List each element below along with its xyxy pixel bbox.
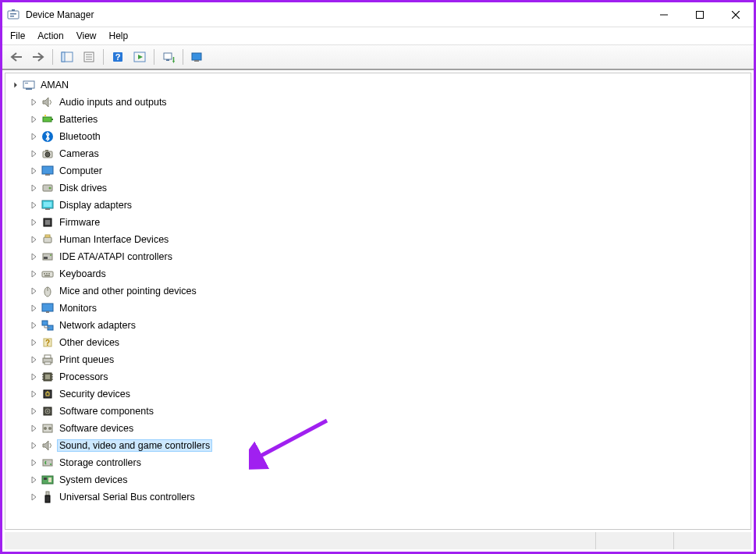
show-hide-console-button[interactable] bbox=[58, 48, 76, 66]
tree-item-display[interactable]: Display adapters bbox=[5, 197, 751, 214]
svg-point-84 bbox=[50, 463, 51, 465]
toolbar-separator bbox=[103, 49, 104, 65]
tree-item-audio[interactable]: Audio inputs and outputs bbox=[5, 94, 751, 111]
tree-item-system[interactable]: System devices bbox=[5, 471, 751, 488]
menu-file[interactable]: File bbox=[10, 30, 25, 41]
chevron-right-icon[interactable] bbox=[29, 441, 38, 450]
chevron-right-icon[interactable] bbox=[29, 166, 38, 176]
mouse-icon bbox=[41, 285, 54, 297]
tree-item-monitors[interactable]: Monitors bbox=[5, 300, 751, 317]
tree-item-sound[interactable]: Sound, video and game controllers bbox=[5, 437, 751, 454]
action-icon-button[interactable] bbox=[130, 48, 149, 66]
svg-text:?: ? bbox=[115, 52, 121, 62]
svg-rect-89 bbox=[45, 495, 50, 503]
minimize-button[interactable] bbox=[646, 2, 682, 27]
monitor2-icon bbox=[41, 302, 54, 314]
camera-icon bbox=[41, 147, 54, 160]
other-icon: ? bbox=[41, 336, 54, 349]
chevron-right-icon[interactable] bbox=[29, 183, 38, 193]
chevron-right-icon[interactable] bbox=[29, 149, 38, 158]
chevron-right-icon[interactable] bbox=[29, 269, 38, 279]
maximize-button[interactable] bbox=[682, 2, 718, 27]
tree-item-label: Disk drives bbox=[57, 182, 109, 194]
chevron-right-icon[interactable] bbox=[29, 355, 38, 364]
svg-rect-86 bbox=[44, 478, 47, 480]
tree-item-computer[interactable]: Computer bbox=[5, 162, 751, 179]
tree-item-network[interactable]: Network adapters bbox=[5, 317, 751, 334]
tree-item-security[interactable]: Security devices bbox=[5, 385, 751, 403]
close-button[interactable] bbox=[718, 2, 754, 27]
chip-icon bbox=[41, 216, 54, 229]
svg-point-33 bbox=[45, 152, 50, 157]
tree-item-label: Computer bbox=[57, 165, 105, 177]
tree-root[interactable]: AMAN bbox=[5, 76, 751, 94]
printer-icon bbox=[41, 353, 54, 366]
chevron-right-icon[interactable] bbox=[29, 389, 38, 399]
tree-item-label: Universal Serial Bus controllers bbox=[57, 491, 197, 503]
chevron-right-icon[interactable] bbox=[29, 372, 38, 382]
chevron-right-icon[interactable] bbox=[29, 458, 38, 467]
chevron-right-icon[interactable] bbox=[29, 407, 38, 416]
forward-button[interactable] bbox=[29, 48, 48, 66]
chevron-down-icon[interactable] bbox=[10, 80, 20, 90]
chevron-right-icon[interactable] bbox=[29, 492, 38, 502]
tree-item-usb[interactable]: Universal Serial Bus controllers bbox=[5, 488, 751, 506]
tree-item-keyboards[interactable]: Keyboards bbox=[5, 265, 751, 282]
svg-point-80 bbox=[44, 427, 47, 430]
svg-rect-44 bbox=[44, 237, 51, 243]
chevron-right-icon[interactable] bbox=[29, 252, 38, 261]
chevron-right-icon[interactable] bbox=[29, 321, 38, 330]
menu-action[interactable]: Action bbox=[37, 30, 63, 41]
add-legacy-button[interactable] bbox=[188, 48, 207, 66]
tree-item-cameras[interactable]: Cameras bbox=[5, 145, 751, 162]
tree-item-firmware[interactable]: Firmware bbox=[5, 214, 751, 231]
tree-item-processors[interactable]: Processors bbox=[5, 368, 751, 385]
chevron-right-icon[interactable] bbox=[29, 338, 38, 347]
tree-item-label: Bluetooth bbox=[57, 130, 103, 143]
chevron-right-icon[interactable] bbox=[29, 115, 38, 124]
svg-rect-0 bbox=[8, 11, 19, 19]
svg-rect-43 bbox=[45, 220, 50, 225]
chevron-right-icon[interactable] bbox=[29, 132, 38, 141]
back-button[interactable] bbox=[7, 48, 26, 66]
chevron-right-icon[interactable] bbox=[29, 424, 38, 433]
properties-button[interactable] bbox=[80, 48, 98, 66]
menu-help[interactable]: Help bbox=[109, 30, 129, 41]
svg-point-81 bbox=[48, 427, 51, 430]
chevron-right-icon[interactable] bbox=[29, 475, 38, 485]
chevron-right-icon[interactable] bbox=[29, 201, 38, 210]
tree-item-swcomp[interactable]: Software components bbox=[5, 403, 751, 420]
chevron-right-icon[interactable] bbox=[29, 98, 38, 107]
svg-rect-26 bbox=[25, 83, 28, 83]
tree-item-ide[interactable]: IDE ATA/ATAPI controllers bbox=[5, 248, 751, 265]
tree-item-batteries[interactable]: Batteries bbox=[5, 111, 751, 128]
tree-item-bluetooth[interactable]: Bluetooth bbox=[5, 128, 751, 145]
swcomp-icon bbox=[41, 405, 54, 417]
svg-rect-66 bbox=[44, 362, 51, 364]
chevron-right-icon[interactable] bbox=[29, 218, 38, 227]
statusbar-cell bbox=[673, 532, 751, 549]
svg-rect-65 bbox=[44, 355, 51, 358]
tree-item-storage[interactable]: Storage controllers bbox=[5, 454, 751, 471]
svg-rect-2 bbox=[10, 16, 14, 17]
device-tree[interactable]: AMANAudio inputs and outputsBatteriesBlu… bbox=[5, 73, 751, 509]
tree-item-label: Software components bbox=[57, 405, 156, 417]
bluetooth-icon bbox=[41, 130, 54, 143]
chevron-right-icon[interactable] bbox=[29, 235, 38, 244]
tree-item-mice[interactable]: Mice and other pointing devices bbox=[5, 282, 751, 300]
chevron-right-icon[interactable] bbox=[29, 286, 38, 296]
network-icon bbox=[41, 319, 54, 332]
tree-item-swdev[interactable]: Software devices bbox=[5, 420, 751, 437]
tree-item-other[interactable]: ?Other devices bbox=[5, 334, 751, 351]
tree-item-diskdrives[interactable]: Disk drives bbox=[5, 179, 751, 197]
tree-item-print[interactable]: Print queues bbox=[5, 351, 751, 368]
scan-hardware-button[interactable] bbox=[159, 48, 178, 66]
help-button[interactable]: ? bbox=[108, 48, 127, 66]
toolbar: ? bbox=[2, 45, 754, 70]
menu-view[interactable]: View bbox=[76, 30, 97, 41]
svg-rect-68 bbox=[45, 375, 50, 379]
svg-rect-25 bbox=[26, 88, 32, 90]
ide-icon bbox=[41, 250, 54, 263]
tree-item-hid[interactable]: Human Interface Devices bbox=[5, 231, 751, 248]
chevron-right-icon[interactable] bbox=[29, 304, 38, 313]
